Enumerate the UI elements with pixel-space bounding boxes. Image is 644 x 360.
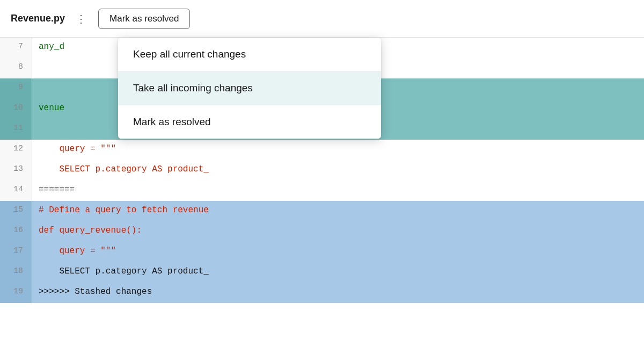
dots-menu-icon[interactable]: ⋮ — [71, 10, 92, 27]
line-content-19: >>>>>> Stashed changes — [32, 283, 644, 303]
line-number-15: 15 — [0, 201, 32, 221]
line-number-14: 14 — [0, 181, 32, 201]
line-number-17: 17 — [0, 242, 32, 262]
code-line-18: 18 SELECT p.category AS product_ — [0, 262, 644, 283]
line-content-18: SELECT p.category AS product_ — [32, 262, 644, 283]
line-content-16: def query_revenue(): — [32, 221, 644, 242]
dropdown-item-take-incoming[interactable]: Take all incoming changes — [118, 71, 381, 105]
line-number-13: 13 — [0, 160, 32, 181]
line-number-18: 18 — [0, 262, 32, 283]
line-number-12: 12 — [0, 140, 32, 160]
mark-as-resolved-button[interactable]: Mark as resolved — [98, 9, 190, 29]
file-title: Revenue.py — [11, 13, 65, 24]
line-number-9: 9 — [0, 78, 32, 99]
line-number-8: 8 — [0, 58, 32, 78]
dropdown-menu: Keep all current changes Take all incomi… — [118, 38, 381, 139]
line-content-12: query = """ — [32, 140, 644, 160]
code-line-15: 15 # Define a query to fetch revenue — [0, 201, 644, 221]
line-content-14: ======= — [32, 181, 644, 201]
code-line-12: 12 query = """ — [0, 140, 644, 160]
line-number-19: 19 — [0, 283, 32, 303]
line-number-10: 10 — [0, 99, 32, 119]
code-line-14: 14 ======= — [0, 181, 644, 201]
code-line-17: 17 query = """ — [0, 242, 644, 262]
line-content-17: query = """ — [32, 242, 644, 262]
line-number-7: 7 — [0, 38, 32, 58]
line-content-15: # Define a query to fetch revenue — [32, 201, 644, 221]
dropdown-item-mark-resolved[interactable]: Mark as resolved — [118, 105, 381, 139]
line-number-16: 16 — [0, 221, 32, 242]
line-content-13: SELECT p.category AS product_ — [32, 160, 644, 181]
editor-container: Revenue.py ⋮ Mark as resolved 7 any_d 8 … — [0, 0, 644, 360]
header-bar: Revenue.py ⋮ Mark as resolved — [0, 0, 644, 38]
code-line-13: 13 SELECT p.category AS product_ — [0, 160, 644, 181]
dropdown-item-keep-current[interactable]: Keep all current changes — [118, 38, 381, 71]
code-line-19: 19 >>>>>> Stashed changes — [0, 283, 644, 303]
code-line-16: 16 def query_revenue(): — [0, 221, 644, 242]
line-number-11: 11 — [0, 119, 32, 140]
